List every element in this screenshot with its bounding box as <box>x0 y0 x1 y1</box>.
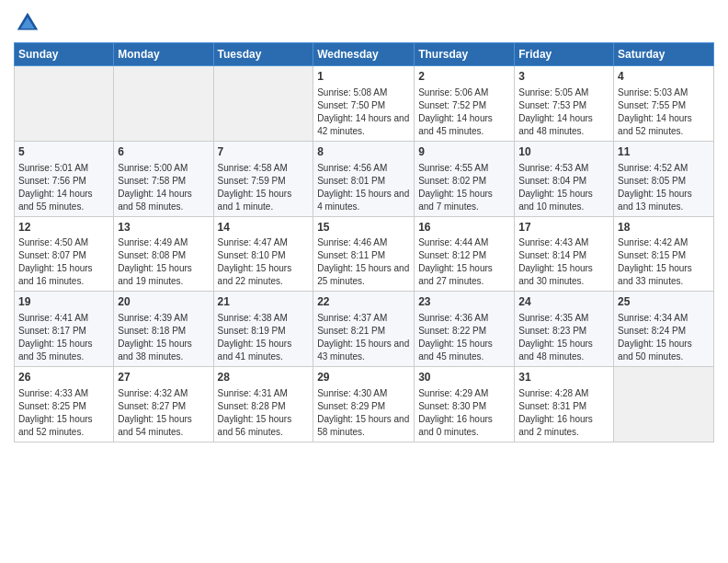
calendar-week-row: 12Sunrise: 4:50 AMSunset: 8:07 PMDayligh… <box>15 216 714 292</box>
sunrise-text: Sunrise: 4:50 AM <box>18 237 88 247</box>
daylight-text: Daylight: 15 hours and 25 minutes. <box>317 263 409 286</box>
cell-content: 30Sunrise: 4:29 AMSunset: 8:30 PMDayligh… <box>418 370 510 439</box>
sunrise-text: Sunrise: 4:49 AM <box>118 237 188 247</box>
day-number: 11 <box>618 144 710 160</box>
calendar-header-sunday: Sunday <box>15 43 114 66</box>
cell-content: 28Sunrise: 4:31 AMSunset: 8:28 PMDayligh… <box>218 370 310 439</box>
sunset-text: Sunset: 7:55 PM <box>618 100 686 110</box>
sunset-text: Sunset: 8:05 PM <box>618 176 686 186</box>
daylight-text: Daylight: 15 hours and 7 minutes. <box>418 189 493 212</box>
sunrise-text: Sunrise: 4:58 AM <box>218 163 288 173</box>
calendar-cell <box>114 66 213 142</box>
calendar-cell: 18Sunrise: 4:42 AMSunset: 8:15 PMDayligh… <box>614 216 714 292</box>
cell-content: 1Sunrise: 5:08 AMSunset: 7:50 PMDaylight… <box>317 69 410 138</box>
daylight-text: Daylight: 15 hours and 22 minutes. <box>218 263 292 286</box>
calendar-header-friday: Friday <box>515 43 614 66</box>
daylight-text: Daylight: 15 hours and 45 minutes. <box>418 339 493 362</box>
calendar-cell: 13Sunrise: 4:49 AMSunset: 8:08 PMDayligh… <box>114 216 213 292</box>
sunrise-text: Sunrise: 5:06 AM <box>418 87 488 98</box>
daylight-text: Daylight: 15 hours and 54 minutes. <box>118 414 192 437</box>
calendar-cell: 16Sunrise: 4:44 AMSunset: 8:12 PMDayligh… <box>415 216 515 292</box>
day-number: 23 <box>418 294 510 310</box>
cell-content: 9Sunrise: 4:55 AMSunset: 8:02 PMDaylight… <box>418 144 510 213</box>
cell-content: 20Sunrise: 4:39 AMSunset: 8:18 PMDayligh… <box>118 294 209 363</box>
calendar-cell: 11Sunrise: 4:52 AMSunset: 8:05 PMDayligh… <box>614 141 714 216</box>
day-number: 9 <box>418 144 510 160</box>
sunrise-text: Sunrise: 4:35 AM <box>518 313 588 323</box>
day-number: 27 <box>118 370 209 385</box>
daylight-text: Daylight: 16 hours and 0 minutes. <box>418 414 493 437</box>
sunrise-text: Sunrise: 4:28 AM <box>518 388 588 398</box>
sunrise-text: Sunrise: 4:36 AM <box>418 313 488 323</box>
calendar-cell: 12Sunrise: 4:50 AMSunset: 8:07 PMDayligh… <box>15 216 114 292</box>
sunset-text: Sunset: 8:12 PM <box>418 250 486 260</box>
cell-content: 19Sunrise: 4:41 AMSunset: 8:17 PMDayligh… <box>18 294 109 363</box>
sunrise-text: Sunrise: 4:52 AM <box>618 163 688 173</box>
calendar-cell: 10Sunrise: 4:53 AMSunset: 8:04 PMDayligh… <box>515 141 614 216</box>
sunset-text: Sunset: 8:29 PM <box>317 401 385 411</box>
sunset-text: Sunset: 8:23 PM <box>518 326 586 336</box>
cell-content: 2Sunrise: 5:06 AMSunset: 7:52 PMDaylight… <box>418 69 510 138</box>
sunset-text: Sunset: 8:30 PM <box>418 401 486 411</box>
calendar-week-row: 19Sunrise: 4:41 AMSunset: 8:17 PMDayligh… <box>15 292 714 367</box>
sunset-text: Sunset: 8:31 PM <box>518 401 586 411</box>
sunset-text: Sunset: 8:01 PM <box>317 176 385 186</box>
calendar-cell: 31Sunrise: 4:28 AMSunset: 8:31 PMDayligh… <box>515 367 614 442</box>
sunset-text: Sunset: 7:52 PM <box>418 100 486 110</box>
day-number: 4 <box>618 69 710 85</box>
sunrise-text: Sunrise: 4:32 AM <box>118 388 188 398</box>
sunrise-text: Sunrise: 5:08 AM <box>317 87 387 98</box>
calendar-cell: 5Sunrise: 5:01 AMSunset: 7:56 PMDaylight… <box>15 141 114 216</box>
calendar-cell: 25Sunrise: 4:34 AMSunset: 8:24 PMDayligh… <box>614 292 714 367</box>
daylight-text: Daylight: 15 hours and 41 minutes. <box>218 339 292 362</box>
sunrise-text: Sunrise: 4:44 AM <box>418 237 488 247</box>
calendar-cell: 2Sunrise: 5:06 AMSunset: 7:52 PMDaylight… <box>415 66 515 142</box>
day-number: 13 <box>118 220 209 236</box>
calendar-cell: 29Sunrise: 4:30 AMSunset: 8:29 PMDayligh… <box>313 367 415 442</box>
calendar-header-saturday: Saturday <box>614 43 714 66</box>
cell-content: 29Sunrise: 4:30 AMSunset: 8:29 PMDayligh… <box>317 370 410 439</box>
sunset-text: Sunset: 8:10 PM <box>218 250 286 260</box>
calendar-cell: 6Sunrise: 5:00 AMSunset: 7:58 PMDaylight… <box>114 141 213 216</box>
sunset-text: Sunset: 8:17 PM <box>18 326 86 336</box>
logo <box>14 9 45 37</box>
sunrise-text: Sunrise: 4:41 AM <box>18 313 88 323</box>
day-number: 28 <box>218 370 310 385</box>
cell-content: 10Sunrise: 4:53 AMSunset: 8:04 PMDayligh… <box>518 144 609 213</box>
day-number: 25 <box>618 294 710 310</box>
daylight-text: Daylight: 15 hours and 16 minutes. <box>18 263 93 286</box>
sunrise-text: Sunrise: 4:55 AM <box>418 163 488 173</box>
sunrise-text: Sunrise: 4:56 AM <box>317 163 387 173</box>
daylight-text: Daylight: 15 hours and 52 minutes. <box>18 414 93 437</box>
cell-content: 12Sunrise: 4:50 AMSunset: 8:07 PMDayligh… <box>18 220 109 289</box>
cell-content: 18Sunrise: 4:42 AMSunset: 8:15 PMDayligh… <box>618 220 710 289</box>
calendar-table: SundayMondayTuesdayWednesdayThursdayFrid… <box>14 42 714 442</box>
cell-content: 31Sunrise: 4:28 AMSunset: 8:31 PMDayligh… <box>518 370 609 439</box>
sunset-text: Sunset: 8:19 PM <box>218 326 286 336</box>
calendar-cell: 30Sunrise: 4:29 AMSunset: 8:30 PMDayligh… <box>415 367 515 442</box>
cell-content: 24Sunrise: 4:35 AMSunset: 8:23 PMDayligh… <box>518 294 609 363</box>
daylight-text: Daylight: 14 hours and 55 minutes. <box>18 189 93 212</box>
daylight-text: Daylight: 15 hours and 19 minutes. <box>118 263 192 286</box>
day-number: 1 <box>317 69 410 85</box>
cell-content: 23Sunrise: 4:36 AMSunset: 8:22 PMDayligh… <box>418 294 510 363</box>
calendar-cell: 24Sunrise: 4:35 AMSunset: 8:23 PMDayligh… <box>515 292 614 367</box>
calendar-cell: 7Sunrise: 4:58 AMSunset: 7:59 PMDaylight… <box>213 141 313 216</box>
sunset-text: Sunset: 7:50 PM <box>317 100 385 110</box>
sunrise-text: Sunrise: 4:34 AM <box>618 313 688 323</box>
sunset-text: Sunset: 8:02 PM <box>418 176 486 186</box>
sunrise-text: Sunrise: 4:47 AM <box>218 237 288 247</box>
day-number: 15 <box>317 220 410 236</box>
daylight-text: Daylight: 15 hours and 1 minute. <box>218 189 292 212</box>
day-number: 8 <box>317 144 410 160</box>
calendar-cell <box>15 66 114 142</box>
sunset-text: Sunset: 8:18 PM <box>118 326 186 336</box>
sunset-text: Sunset: 8:24 PM <box>618 326 686 336</box>
daylight-text: Daylight: 15 hours and 38 minutes. <box>118 339 192 362</box>
daylight-text: Daylight: 15 hours and 56 minutes. <box>218 414 292 437</box>
sunset-text: Sunset: 8:22 PM <box>418 326 486 336</box>
cell-content: 8Sunrise: 4:56 AMSunset: 8:01 PMDaylight… <box>317 144 410 213</box>
day-number: 17 <box>518 220 609 236</box>
daylight-text: Daylight: 15 hours and 43 minutes. <box>317 339 409 362</box>
calendar-cell: 1Sunrise: 5:08 AMSunset: 7:50 PMDaylight… <box>313 66 415 142</box>
